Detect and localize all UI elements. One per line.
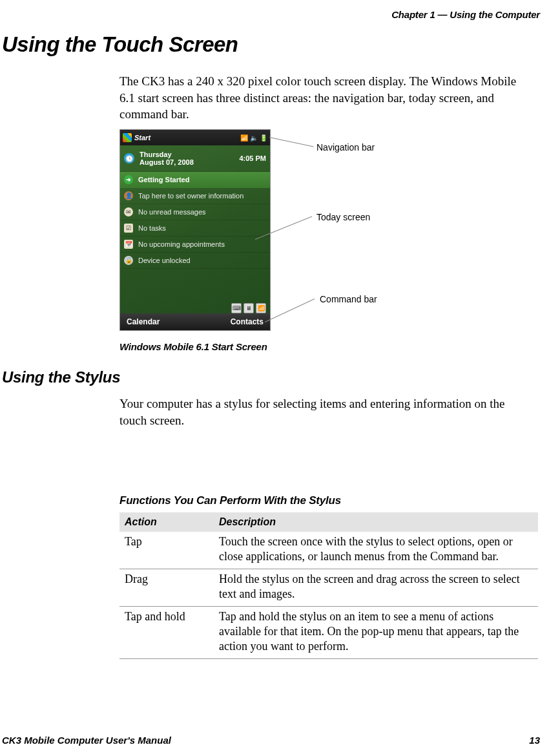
cell-desc: Tap and hold the stylus on an item to se…: [214, 606, 538, 658]
appts-label: No upcoming appointments: [138, 240, 225, 248]
tray-icon-3[interactable]: 📶: [256, 303, 266, 313]
stylus-table-block: Functions You Can Perform With the Stylu…: [119, 494, 538, 659]
callout-command-bar: Command bar: [320, 294, 377, 304]
battery-icon: 🔋: [260, 134, 267, 142]
table-caption: Functions You Can Perform With the Stylu…: [119, 494, 538, 507]
cell-action: Tap: [119, 532, 214, 569]
tray-icon-2[interactable]: 🖥: [243, 303, 254, 313]
section-heading-stylus: Using the Stylus: [2, 368, 120, 386]
section-heading-touch-screen: Using the Touch Screen: [2, 32, 238, 57]
running-header: Chapter 1 — Using the Computer: [391, 9, 540, 20]
callout-navigation-bar: Navigation bar: [316, 142, 375, 152]
today-row-owner[interactable]: 👤 Tap here to set owner information: [120, 188, 270, 204]
tasks-label: No tasks: [138, 224, 166, 232]
softkey-right[interactable]: Contacts: [231, 317, 264, 326]
cell-action: Tap and hold: [119, 606, 214, 658]
getting-started-label: Getting Started: [138, 176, 189, 184]
cell-desc: Hold the stylus on the screen and drag a…: [214, 569, 538, 606]
footer-page-number: 13: [529, 735, 540, 746]
today-row-lock[interactable]: 🔓 Device unlocked: [120, 253, 270, 269]
callout-line-nav: [269, 137, 314, 147]
lock-icon: 🔓: [124, 256, 133, 265]
today-row-getting-started[interactable]: ➜ Getting Started: [120, 172, 270, 188]
owner-label: Tap here to set owner information: [138, 192, 243, 200]
col-action: Action: [119, 512, 214, 532]
date-row[interactable]: 🕓 Thursday August 07, 2008 4:05 PM: [120, 145, 270, 172]
system-tray: ⌨ 🖥 📶: [231, 303, 266, 313]
tasks-icon: ☑: [124, 224, 133, 233]
calendar-icon: 📅: [124, 240, 133, 249]
getting-started-icon: ➜: [124, 175, 133, 184]
start-button[interactable]: Start: [123, 133, 150, 142]
day-label: Thursday: [140, 151, 194, 158]
cell-action: Drag: [119, 569, 214, 606]
mail-icon: ✉: [124, 207, 133, 216]
date-label: August 07, 2008: [140, 158, 194, 166]
windows-flag-icon: [123, 133, 132, 142]
table-row: Tap Touch the screen once with the stylu…: [119, 532, 538, 569]
callout-today-screen: Today screen: [316, 212, 370, 222]
figure-caption: Windows Mobile 6.1 Start Screen: [119, 341, 267, 352]
signal-icon: 📶: [240, 134, 248, 142]
time-label: 4:05 PM: [239, 154, 266, 162]
today-row-messages[interactable]: ✉ No unread messages: [120, 204, 270, 220]
device-screen: Start 📶 🔈 🔋 🕓 Thursday August 07, 2008 4…: [119, 129, 271, 331]
callout-line-cmd: [265, 299, 315, 322]
footer-manual-title: CK3 Mobile Computer User's Manual: [2, 735, 171, 746]
stylus-functions-table: Action Description Tap Touch the screen …: [119, 512, 538, 659]
speaker-icon: 🔈: [250, 134, 258, 142]
owner-icon: 👤: [124, 191, 133, 200]
messages-label: No unread messages: [138, 208, 206, 216]
screenshot-figure: Start 📶 🔈 🔋 🕓 Thursday August 07, 2008 4…: [119, 129, 410, 342]
intro-paragraph: The CK3 has a 240 x 320 pixel color touc…: [119, 73, 520, 123]
softkey-left[interactable]: Calendar: [127, 317, 160, 326]
stylus-paragraph: Your computer has a stylus for selecting…: [119, 395, 520, 428]
clock-icon: 🕓: [124, 153, 134, 163]
tray-icon-1[interactable]: ⌨: [231, 303, 242, 313]
start-label: Start: [134, 134, 150, 142]
lock-label: Device unlocked: [138, 257, 191, 264]
table-row: Tap and hold Tap and hold the stylus on …: [119, 606, 538, 658]
today-row-appointments[interactable]: 📅 No upcoming appointments: [120, 236, 270, 253]
col-description: Description: [214, 512, 538, 532]
table-row: Drag Hold the stylus on the screen and d…: [119, 569, 538, 606]
today-row-tasks[interactable]: ☑ No tasks: [120, 220, 270, 236]
command-bar: Calendar Contacts: [120, 313, 270, 330]
status-icons: 📶 🔈 🔋: [240, 134, 267, 142]
navigation-bar: Start 📶 🔈 🔋: [120, 130, 270, 145]
cell-desc: Touch the screen once with the stylus to…: [214, 532, 538, 569]
